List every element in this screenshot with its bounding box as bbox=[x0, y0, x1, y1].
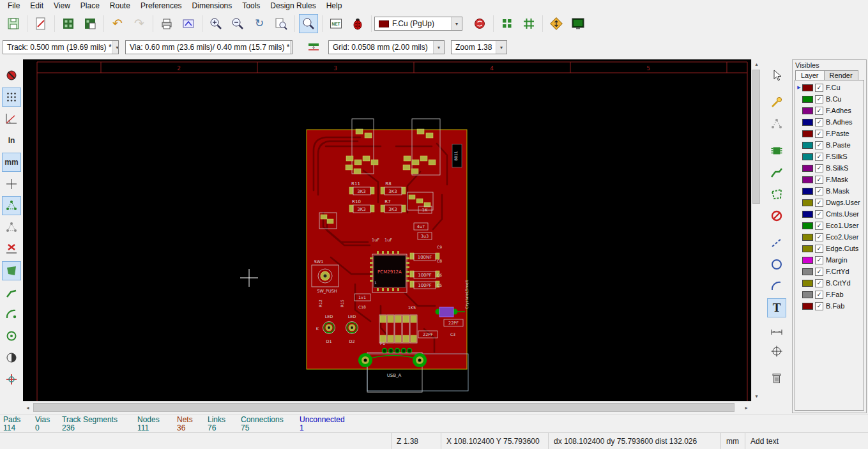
layer-color-swatch[interactable] bbox=[802, 188, 813, 195]
delete-items-button[interactable] bbox=[767, 369, 786, 388]
layer-visibility-checkbox[interactable]: ✓ bbox=[815, 118, 823, 126]
zoom-selector[interactable]: Zoom 1.38 ▾ bbox=[451, 40, 507, 54]
layer-color-swatch[interactable] bbox=[802, 107, 813, 114]
drc-toggle-button[interactable] bbox=[2, 66, 21, 85]
zoom-fit-button[interactable] bbox=[271, 14, 291, 33]
auto-track-width-button[interactable] bbox=[304, 38, 323, 57]
layer-visibility-checkbox[interactable]: ✓ bbox=[815, 84, 823, 92]
layer-row-edge-cuts[interactable]: ✓Edge.Cuts bbox=[795, 243, 864, 254]
layer-row-f-mask[interactable]: ✓F.Mask bbox=[795, 174, 864, 185]
page-settings-button[interactable] bbox=[31, 14, 50, 33]
pcb-canvas[interactable]: 2345 bbox=[23, 59, 751, 401]
menu-file[interactable]: File bbox=[3, 1, 25, 11]
menu-help[interactable]: Help bbox=[321, 1, 347, 11]
layer-row-eco1-user[interactable]: ✓Eco1.User bbox=[795, 220, 864, 231]
grid-selector[interactable]: Grid: 0.0508 mm (2.00 mils) ▾ bbox=[328, 40, 445, 54]
add-target-button[interactable] bbox=[767, 342, 786, 361]
layer-visibility-checkbox[interactable]: ✓ bbox=[815, 222, 823, 230]
zoom-out-button[interactable] bbox=[228, 14, 247, 33]
layer-visibility-checkbox[interactable]: ✓ bbox=[815, 153, 823, 161]
menu-dimensions[interactable]: Dimensions bbox=[187, 1, 238, 11]
redo-button[interactable]: ↷ bbox=[130, 14, 149, 33]
show-zones-button[interactable] bbox=[2, 261, 21, 280]
vertical-scroll-thumb[interactable] bbox=[752, 70, 760, 204]
scroll-left-arrow[interactable]: ◂ bbox=[23, 402, 33, 413]
print-button[interactable] bbox=[157, 14, 176, 33]
menu-view[interactable]: View bbox=[49, 1, 75, 11]
add-dimension-button[interactable] bbox=[767, 320, 786, 339]
layer-color-swatch[interactable] bbox=[802, 199, 813, 206]
zoom-in-button[interactable] bbox=[206, 14, 225, 33]
layer-visibility-checkbox[interactable]: ✓ bbox=[815, 291, 823, 299]
add-keepout-button[interactable] bbox=[767, 206, 786, 225]
menu-preferences[interactable]: Preferences bbox=[135, 1, 187, 11]
undo-button[interactable]: ↶ bbox=[108, 14, 127, 33]
freeroute-button[interactable] bbox=[547, 14, 566, 33]
layer-visibility-checkbox[interactable]: ✓ bbox=[815, 141, 823, 149]
layer-color-swatch[interactable] bbox=[802, 142, 813, 149]
layer-color-swatch[interactable] bbox=[802, 96, 813, 103]
units-inches-button[interactable]: In bbox=[2, 131, 21, 150]
scroll-down-arrow[interactable]: ▾ bbox=[752, 392, 761, 401]
route-mode-button[interactable] bbox=[519, 14, 538, 33]
layer-row-f-silks[interactable]: ✓F.SilkS bbox=[795, 151, 864, 162]
layer-visibility-checkbox[interactable]: ✓ bbox=[815, 233, 823, 241]
layer-color-swatch[interactable] bbox=[802, 257, 813, 264]
high-contrast-button[interactable] bbox=[2, 348, 21, 367]
layer-selector[interactable]: F.Cu (PgUp) ▾ bbox=[374, 17, 462, 31]
select-tool-button[interactable] bbox=[767, 66, 786, 85]
layer-pair-button[interactable] bbox=[470, 14, 489, 33]
save-button[interactable] bbox=[4, 14, 23, 33]
horizontal-scroll-thumb[interactable] bbox=[33, 403, 735, 412]
grid-visibility-button[interactable] bbox=[2, 88, 21, 107]
add-track-button[interactable] bbox=[767, 163, 786, 182]
layer-color-swatch[interactable] bbox=[802, 130, 813, 137]
local-ratsnest-button[interactable] bbox=[767, 114, 786, 133]
add-footprint-button[interactable] bbox=[767, 141, 786, 160]
layer-visibility-checkbox[interactable]: ✓ bbox=[815, 187, 823, 195]
layer-visibility-checkbox[interactable]: ✓ bbox=[815, 199, 823, 207]
layer-row-f-adhes[interactable]: ✓F.Adhes bbox=[795, 105, 864, 116]
menu-route[interactable]: Route bbox=[105, 1, 135, 11]
layer-color-swatch[interactable] bbox=[802, 119, 813, 126]
layer-row-f-paste[interactable]: ✓F.Paste bbox=[795, 128, 864, 139]
layer-row-dwgs-user[interactable]: ✓Dwgs.User bbox=[795, 197, 864, 208]
track-width-selector[interactable]: Track: 0.500 mm (19.69 mils) * ▾ bbox=[3, 40, 119, 54]
scroll-up-arrow[interactable]: ▴ bbox=[752, 59, 761, 69]
add-graphic-line-button[interactable] bbox=[767, 233, 786, 252]
find-button[interactable] bbox=[299, 14, 318, 33]
layer-visibility-checkbox[interactable]: ✓ bbox=[815, 130, 823, 138]
layer-visibility-checkbox[interactable]: ✓ bbox=[815, 164, 823, 172]
layer-visibility-checkbox[interactable]: ✓ bbox=[815, 210, 823, 218]
layer-color-swatch[interactable] bbox=[802, 234, 813, 241]
vias-sketch-button[interactable] bbox=[2, 326, 21, 346]
layer-color-swatch[interactable] bbox=[802, 176, 813, 183]
layer-color-swatch[interactable] bbox=[802, 280, 813, 287]
drc-button[interactable] bbox=[348, 14, 367, 33]
add-zone-button[interactable] bbox=[767, 185, 786, 204]
redraw-button[interactable]: ↻ bbox=[250, 14, 269, 33]
layer-row-eco2-user[interactable]: ✓Eco2.User bbox=[795, 231, 864, 243]
layer-color-swatch[interactable] bbox=[802, 84, 813, 91]
menu-tools[interactable]: Tools bbox=[237, 1, 265, 11]
layer-color-swatch[interactable] bbox=[802, 211, 813, 218]
layer-visibility-checkbox[interactable]: ✓ bbox=[815, 245, 823, 253]
layer-visibility-checkbox[interactable]: ✓ bbox=[815, 302, 823, 310]
tracks-sketch-button[interactable] bbox=[2, 283, 21, 302]
via-size-selector[interactable]: Via: 0.60 mm (23.6 mils)/ 0.40 mm (15.7 … bbox=[125, 40, 293, 54]
menu-place[interactable]: Place bbox=[75, 1, 105, 11]
tab-render[interactable]: Render bbox=[824, 70, 858, 80]
scripting-console-button[interactable] bbox=[568, 14, 588, 33]
menu-edit[interactable]: Edit bbox=[25, 1, 49, 11]
layer-row-f-cu[interactable]: ▶✓F.Cu bbox=[795, 82, 864, 93]
layer-visibility-checkbox[interactable]: ✓ bbox=[815, 256, 823, 264]
plot-button[interactable] bbox=[179, 14, 198, 33]
layer-row-b-mask[interactable]: ✓B.Mask bbox=[795, 185, 864, 197]
footprint-mode-button[interactable] bbox=[498, 14, 517, 33]
layer-color-swatch[interactable] bbox=[802, 165, 813, 172]
layer-row-cmts-user[interactable]: ✓Cmts.User bbox=[795, 208, 864, 220]
open-module-editor-button[interactable] bbox=[59, 14, 78, 33]
layer-row-b-cu[interactable]: ✓B.Cu bbox=[795, 93, 864, 105]
layer-row-f-crtyd[interactable]: ✓F.CrtYd bbox=[795, 266, 864, 277]
layer-color-swatch[interactable] bbox=[802, 268, 813, 275]
